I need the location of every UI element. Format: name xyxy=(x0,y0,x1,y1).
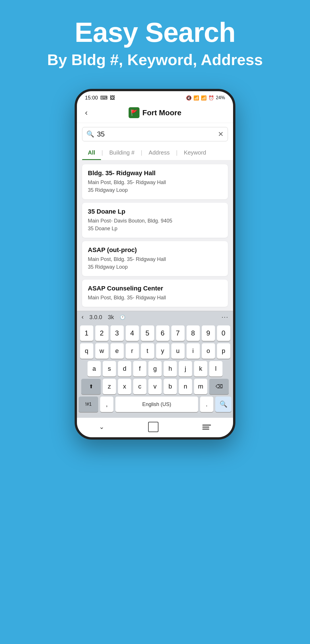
search-bar[interactable]: 🔍 ✕ xyxy=(82,127,228,141)
result-subtitle-0: Main Post, Bldg. 35- Ridgway Hall 35 Rid… xyxy=(88,179,222,194)
key-j[interactable]: j xyxy=(179,361,192,376)
key-l[interactable]: l xyxy=(209,361,222,376)
key-h[interactable]: h xyxy=(164,361,177,376)
toolbar-count: 3k xyxy=(108,314,114,321)
key-7[interactable]: 7 xyxy=(171,325,185,341)
toolbar-clock-icon: 🕐 xyxy=(120,315,125,320)
tab-building[interactable]: Building # xyxy=(104,145,140,160)
key-c[interactable]: c xyxy=(133,379,146,394)
key-o[interactable]: o xyxy=(202,343,215,359)
app-title: Fort Moore xyxy=(142,108,181,117)
keyboard-row-bottom: !#1 , English (US) . 🔍 xyxy=(79,397,231,412)
tab-all[interactable]: All xyxy=(82,145,101,160)
battery-level: 24% xyxy=(216,95,225,100)
keyboard-row-numbers: 1 2 3 4 5 6 7 8 9 0 xyxy=(79,325,231,341)
key-z[interactable]: z xyxy=(103,379,116,394)
phone-mockup: 15:00 ⌨ 🖼 🔇 📶 📶 ⏰ 24% ‹ 🚩 Fort Moore 🔍 ✕… xyxy=(75,89,235,440)
tab-address[interactable]: Address xyxy=(143,145,175,160)
search-input[interactable] xyxy=(97,130,215,138)
tab-divider-2: | xyxy=(140,149,143,156)
key-t[interactable]: t xyxy=(141,343,154,359)
signal-icon: 📶 xyxy=(201,95,207,101)
result-card-1[interactable]: 35 Doane Lp Main Post- Davis Bouton, Bld… xyxy=(82,203,228,238)
key-q[interactable]: q xyxy=(80,343,93,359)
key-r[interactable]: r xyxy=(126,343,139,359)
key-g[interactable]: g xyxy=(148,361,162,376)
search-clear-button[interactable]: ✕ xyxy=(218,130,224,138)
result-subtitle-1: Main Post- Davis Bouton, Bldg. 9405 35 D… xyxy=(88,217,222,233)
key-w[interactable]: w xyxy=(95,343,108,359)
hero-section: Easy Search By Bldg #, Keyword, Address xyxy=(0,0,310,80)
toolbar-version: 3.0.0 xyxy=(89,314,102,321)
key-k[interactable]: k xyxy=(194,361,207,376)
key-u[interactable]: u xyxy=(171,343,185,359)
key-m[interactable]: m xyxy=(194,379,207,394)
key-v[interactable]: v xyxy=(148,379,162,394)
app-header: ‹ 🚩 Fort Moore xyxy=(77,103,233,123)
result-subtitle-2: Main Post, Bldg. 35- Ridgway Hall 35 Rid… xyxy=(88,255,222,271)
key-1[interactable]: 1 xyxy=(80,325,93,341)
search-bar-container: 🔍 ✕ xyxy=(77,123,233,145)
key-i[interactable]: i xyxy=(187,343,200,359)
nav-recent-button[interactable] xyxy=(202,425,211,430)
hero-title: Easy Search xyxy=(11,17,299,48)
result-title-0: Bldg. 35- Ridgway Hall xyxy=(88,169,222,177)
result-card-0[interactable]: Bldg. 35- Ridgway Hall Main Post, Bldg. … xyxy=(82,164,228,199)
tabs-row: All | Building # | Address | Keyword xyxy=(77,145,233,160)
key-f[interactable]: f xyxy=(133,361,146,376)
key-backspace[interactable]: ⌫ xyxy=(209,379,229,394)
toolbar-back-button[interactable]: ‹ xyxy=(82,313,84,321)
key-8[interactable]: 8 xyxy=(187,325,200,341)
key-2[interactable]: 2 xyxy=(95,325,108,341)
tab-keyword[interactable]: Keyword xyxy=(178,145,212,160)
key-3[interactable]: 3 xyxy=(111,325,124,341)
key-s[interactable]: s xyxy=(103,361,116,376)
toolbar-more-button[interactable]: ··· xyxy=(222,313,228,321)
back-button[interactable]: ‹ xyxy=(85,108,88,117)
key-symbols[interactable]: !#1 xyxy=(79,397,98,412)
key-y[interactable]: y xyxy=(156,343,169,359)
key-e[interactable]: e xyxy=(111,343,124,359)
key-comma[interactable]: , xyxy=(100,397,113,412)
key-b[interactable]: b xyxy=(164,379,177,394)
result-subtitle-3: Main Post, Bldg. 35- Ridgway Hall xyxy=(88,294,222,302)
keyboard-icon: ⌨ xyxy=(100,95,108,101)
tab-divider-1: | xyxy=(101,149,104,156)
key-space[interactable]: English (US) xyxy=(115,397,198,412)
key-9[interactable]: 9 xyxy=(202,325,215,341)
nav-home-button[interactable] xyxy=(148,422,158,432)
key-5[interactable]: 5 xyxy=(141,325,154,341)
result-title-1: 35 Doane Lp xyxy=(88,208,222,215)
key-0[interactable]: 0 xyxy=(217,325,230,341)
nav-chevron-down-icon[interactable]: ⌄ xyxy=(99,423,104,431)
result-title-3: ASAP Counseling Center xyxy=(88,285,222,292)
key-4[interactable]: 4 xyxy=(126,325,139,341)
key-d[interactable]: d xyxy=(118,361,131,376)
alarm-icon: ⏰ xyxy=(208,95,214,101)
key-shift[interactable]: ⬆ xyxy=(81,379,101,394)
key-p[interactable]: p xyxy=(217,343,230,359)
mute-icon: 🔇 xyxy=(186,95,192,101)
key-x[interactable]: x xyxy=(118,379,131,394)
key-search[interactable]: 🔍 xyxy=(215,397,231,412)
results-list: Bldg. 35- Ridgway Hall Main Post, Bldg. … xyxy=(77,160,233,311)
key-n[interactable]: n xyxy=(179,379,192,394)
result-title-2: ASAP (out-proc) xyxy=(88,246,222,254)
result-card-2[interactable]: ASAP (out-proc) Main Post, Bldg. 35- Rid… xyxy=(82,241,228,276)
photo-icon: 🖼 xyxy=(110,95,115,101)
nav-bar: ⌄ xyxy=(77,418,233,437)
status-left: 15:00 ⌨ 🖼 xyxy=(85,95,115,101)
key-period[interactable]: . xyxy=(200,397,213,412)
key-6[interactable]: 6 xyxy=(156,325,169,341)
result-card-3[interactable]: ASAP Counseling Center Main Post, Bldg. … xyxy=(82,280,228,307)
key-a[interactable]: a xyxy=(88,361,101,376)
status-time: 15:00 xyxy=(85,95,98,101)
keyboard-row-zxcv: ⬆ z x c v b n m ⌫ xyxy=(79,379,231,394)
app-logo: 🚩 xyxy=(129,107,140,118)
hero-subtitle: By Bldg #, Keyword, Address xyxy=(11,50,299,69)
tab-divider-3: | xyxy=(175,149,178,156)
keyboard: 1 2 3 4 5 6 7 8 9 0 q w e r t y u i o p … xyxy=(77,323,233,418)
search-icon: 🔍 xyxy=(86,130,94,138)
status-bar: 15:00 ⌨ 🖼 🔇 📶 📶 ⏰ 24% xyxy=(77,91,233,103)
keyboard-row-asdf: a s d f g h j k l xyxy=(79,361,231,376)
